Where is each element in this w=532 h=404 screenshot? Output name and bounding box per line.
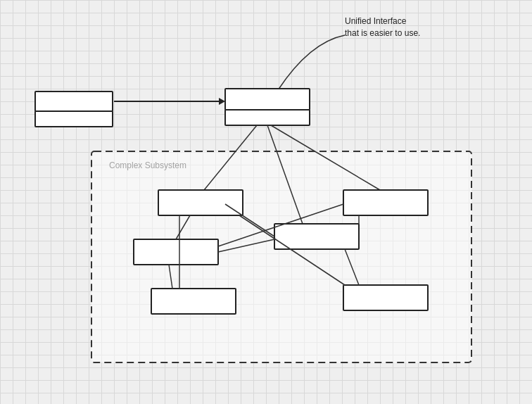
svg-rect-12 xyxy=(343,190,428,215)
svg-marker-4 xyxy=(219,98,225,105)
svg-rect-15 xyxy=(151,289,236,314)
diagram-area: Unified Interface that is easier to use.… xyxy=(0,0,532,404)
diagram-svg xyxy=(0,0,532,404)
svg-rect-11 xyxy=(158,190,243,215)
svg-rect-1 xyxy=(35,91,113,111)
svg-rect-6 xyxy=(225,110,310,125)
svg-rect-2 xyxy=(35,111,113,127)
svg-rect-5 xyxy=(225,89,310,110)
svg-rect-16 xyxy=(343,285,428,310)
svg-rect-14 xyxy=(274,224,359,249)
svg-rect-13 xyxy=(134,239,218,265)
